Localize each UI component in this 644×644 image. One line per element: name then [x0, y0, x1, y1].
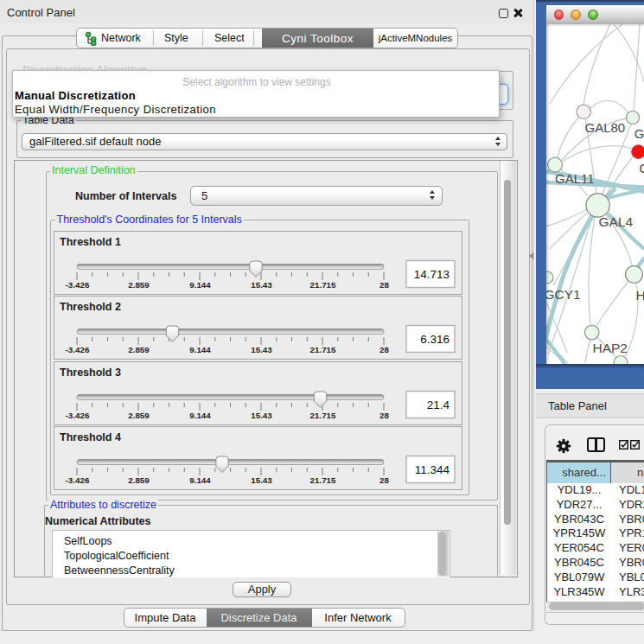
svg-text:Threshold 1: Threshold 1: [60, 236, 121, 248]
svg-text:15.43: 15.43: [251, 411, 272, 420]
svg-text:6.316: 6.316: [420, 333, 450, 346]
svg-text:28: 28: [379, 345, 389, 354]
svg-text:H: H: [636, 288, 644, 303]
svg-text:Threshold 3: Threshold 3: [60, 367, 121, 379]
svg-text:21.4: 21.4: [427, 399, 450, 411]
svg-text:21.715: 21.715: [310, 280, 337, 290]
svg-text:15.43: 15.43: [251, 280, 272, 290]
svg-text:28: 28: [379, 411, 389, 420]
svg-text:GCY1: GCY1: [546, 287, 581, 302]
svg-text:28: 28: [379, 475, 389, 485]
svg-text:9.144: 9.144: [189, 475, 211, 485]
svg-text:-3.426: -3.426: [66, 345, 90, 354]
svg-text:21.715: 21.715: [310, 345, 337, 354]
svg-text:15.43: 15.43: [251, 345, 272, 354]
svg-text:Threshold 2: Threshold 2: [60, 301, 121, 313]
svg-text:11.344: 11.344: [415, 463, 450, 476]
svg-text:28: 28: [379, 280, 389, 290]
svg-text:21.715: 21.715: [310, 475, 337, 485]
svg-text:15.43: 15.43: [251, 475, 272, 485]
svg-text:Threshold 4: Threshold 4: [60, 431, 121, 443]
svg-text:2.859: 2.859: [128, 475, 150, 485]
svg-text:GAL80: GAL80: [585, 120, 626, 135]
svg-text:C: C: [640, 161, 644, 175]
svg-text:9.144: 9.144: [189, 280, 211, 290]
svg-text:2.859: 2.859: [128, 411, 150, 420]
svg-text:GAL11: GAL11: [555, 171, 595, 186]
svg-text:HAP2: HAP2: [593, 341, 628, 355]
svg-text:GA: GA: [634, 126, 644, 141]
svg-text:2.859: 2.859: [128, 345, 150, 354]
svg-text:-3.426: -3.426: [66, 475, 90, 485]
svg-text:GAL4: GAL4: [599, 214, 634, 229]
svg-text:9.144: 9.144: [189, 411, 211, 420]
svg-text:-3.426: -3.426: [66, 411, 90, 420]
svg-text:-3.426: -3.426: [66, 280, 90, 290]
svg-text:21.715: 21.715: [310, 411, 337, 420]
svg-text:14.713: 14.713: [414, 268, 450, 281]
svg-text:2.859: 2.859: [128, 280, 150, 290]
svg-text:9.144: 9.144: [189, 345, 211, 354]
